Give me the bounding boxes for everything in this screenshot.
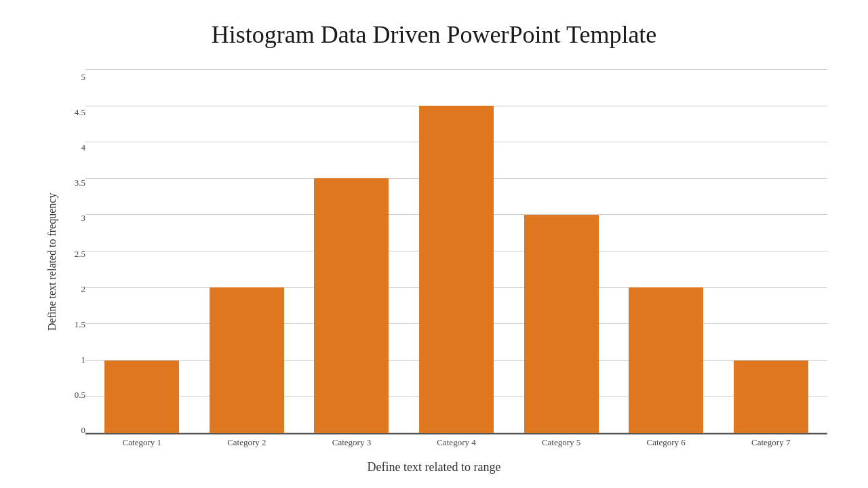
y-tick-label: 3.5 [58,178,85,187]
x-axis-category-label: Category 5 [511,434,611,455]
x-axis-category-label: Category 2 [197,434,297,455]
bar [314,178,389,433]
bar [524,215,599,433]
page: Histogram Data Driven PowerPoint Templat… [0,0,868,488]
bar [629,287,703,433]
bar-group [616,69,716,433]
y-tick-label: 5 [58,73,85,81]
chart-with-yaxis: 00.511.522.533.544.55 Category 1Category… [58,69,827,455]
grid-and-bars [85,69,827,433]
chart-container: Define text related to frequency 00.511.… [41,69,827,474]
bars-row [85,69,827,433]
y-tick-label: 0.5 [58,390,85,399]
y-axis-label: Define text related to frequency [41,69,58,455]
bar [104,361,179,433]
page-title: Histogram Data Driven PowerPoint Templat… [212,20,657,49]
x-axis-category-label: Category 1 [92,434,192,455]
bar [419,106,494,433]
x-axis-labels: Category 1Category 2Category 3Category 4… [85,434,827,455]
bar [210,287,284,433]
y-tick-label: 1.5 [58,320,85,329]
bar-group [721,69,821,433]
bar-group [407,69,507,433]
x-axis-category-label: Category 7 [721,434,821,455]
y-tick-label: 0 [58,426,85,434]
bar [734,361,808,433]
y-tick-label: 4 [58,143,85,152]
y-tick-label: 4.5 [58,108,85,117]
y-ticks: 00.511.522.533.544.55 [58,69,85,455]
chart-area: Define text related to frequency 00.511.… [41,69,827,455]
y-tick-label: 1 [58,355,85,364]
bar-group [302,69,401,433]
y-tick-label: 3 [58,214,85,222]
x-axis-title: Define text related to range [368,460,501,474]
y-tick-label: 2.5 [58,249,85,258]
bar-group [197,69,297,433]
bar-group [511,69,611,433]
chart-inner: 00.511.522.533.544.55 Category 1Category… [58,69,827,455]
y-tick-label: 2 [58,285,85,293]
x-axis-category-label: Category 3 [302,434,401,455]
x-axis-category-label: Category 4 [407,434,507,455]
x-axis-category-label: Category 6 [616,434,716,455]
bars-area: Category 1Category 2Category 3Category 4… [85,69,827,455]
bar-group [92,69,192,433]
